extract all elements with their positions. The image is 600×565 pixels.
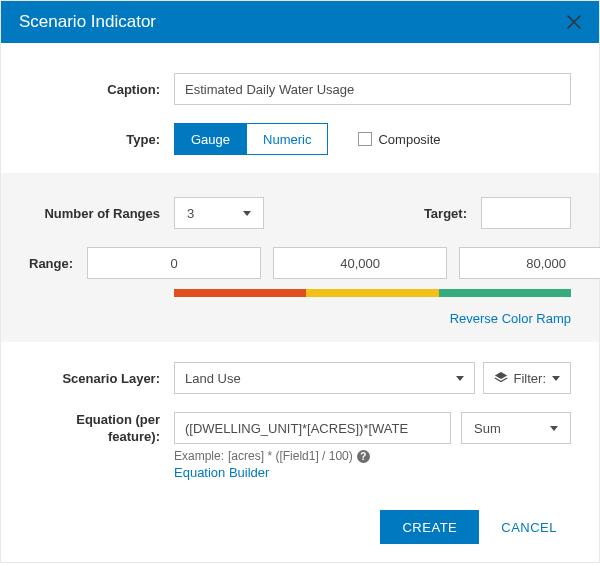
reverse-color-ramp-link[interactable]: Reverse Color Ramp — [450, 311, 571, 326]
ranges-panel: Number of Ranges 3 Target: Range: — [1, 173, 599, 342]
scenario-layer-label: Scenario Layer: — [29, 371, 174, 386]
type-option-numeric[interactable]: Numeric — [246, 123, 328, 155]
target-label: Target: — [424, 206, 467, 221]
scenario-layer-select[interactable]: Land Use — [174, 362, 475, 394]
color-ramp — [174, 289, 571, 297]
dialog-body: Caption: Type: Gauge Numeric Composite N… — [1, 43, 599, 562]
num-ranges-select[interactable]: 3 — [174, 197, 264, 229]
filter-button[interactable]: Filter: — [483, 362, 572, 394]
equation-row: Equation (per feature): Sum Example: [ac… — [29, 412, 571, 480]
composite-label: Composite — [378, 132, 440, 147]
range-input-2[interactable] — [459, 247, 600, 279]
layers-icon — [494, 371, 508, 385]
dialog-header: Scenario Indicator — [1, 1, 599, 43]
type-toggle: Gauge Numeric — [174, 123, 328, 155]
equation-builder-link[interactable]: Equation Builder — [174, 465, 269, 480]
dialog-footer: CREATE CANCEL — [29, 510, 571, 544]
dialog-title: Scenario Indicator — [19, 12, 156, 32]
equation-example: Example: [acres] * ([Field1] / 100) ? — [174, 449, 571, 463]
close-icon — [567, 15, 581, 29]
num-ranges-value: 3 — [187, 206, 194, 221]
composite-checkbox[interactable] — [358, 132, 372, 146]
composite-checkbox-wrap[interactable]: Composite — [358, 132, 440, 147]
chevron-down-icon — [243, 211, 251, 216]
scenario-indicator-dialog: Scenario Indicator Caption: Type: Gauge … — [0, 0, 600, 563]
target-input[interactable] — [481, 197, 571, 229]
aggregate-value: Sum — [474, 421, 501, 436]
color-ramp-wrap: Reverse Color Ramp — [174, 289, 571, 326]
range-label: Range: — [29, 256, 87, 271]
aggregate-select[interactable]: Sum — [461, 412, 571, 444]
equation-label: Equation (per feature): — [29, 412, 174, 446]
num-ranges-label: Number of Ranges — [29, 206, 174, 221]
ramp-segment-1 — [306, 289, 438, 297]
range-input-1[interactable] — [273, 247, 447, 279]
num-ranges-row: Number of Ranges 3 Target: — [29, 197, 571, 229]
type-option-gauge[interactable]: Gauge — [174, 123, 246, 155]
chevron-down-icon — [552, 376, 560, 381]
chevron-down-icon — [550, 426, 558, 431]
chevron-down-icon — [456, 376, 464, 381]
caption-label: Caption: — [29, 82, 174, 97]
type-row: Type: Gauge Numeric Composite — [29, 123, 571, 155]
equation-input[interactable] — [174, 412, 451, 444]
caption-row: Caption: — [29, 73, 571, 105]
range-row: Range: — [29, 247, 571, 279]
close-button[interactable] — [563, 11, 585, 33]
scenario-layer-value: Land Use — [185, 371, 241, 386]
caption-input[interactable] — [174, 73, 571, 105]
cancel-button[interactable]: CANCEL — [487, 510, 571, 544]
ramp-segment-2 — [439, 289, 571, 297]
filter-label: Filter: — [514, 371, 547, 386]
range-inputs — [87, 247, 600, 279]
create-button[interactable]: CREATE — [380, 510, 479, 544]
range-input-0[interactable] — [87, 247, 261, 279]
help-icon[interactable]: ? — [357, 450, 370, 463]
scenario-layer-row: Scenario Layer: Land Use Filter: — [29, 362, 571, 394]
ramp-segment-0 — [174, 289, 306, 297]
type-label: Type: — [29, 132, 174, 147]
